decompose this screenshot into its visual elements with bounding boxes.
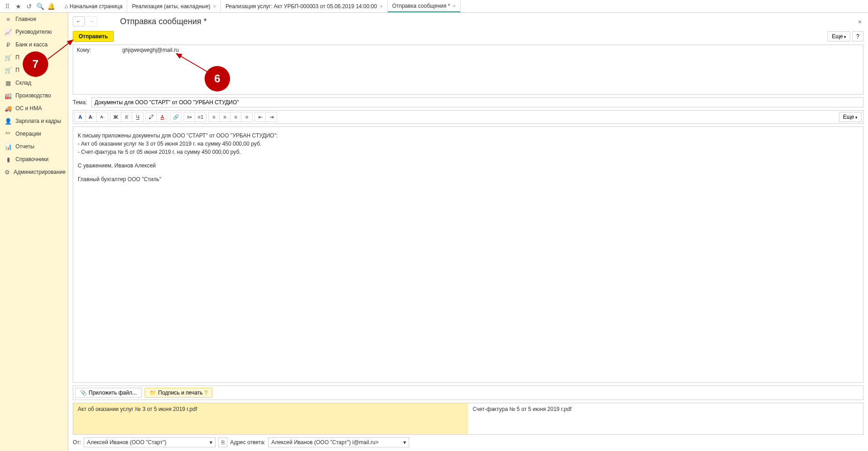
folder-icon: 📁 [150,390,156,396]
align-right-button[interactable]: ≡ [231,112,241,122]
body-line: С уважением, Иванов Алексей [78,162,858,170]
sign-label: Подпись и печать [158,390,203,396]
close-icon[interactable]: × [213,4,216,9]
home-icon: ⌂ [65,3,68,10]
attachment-item[interactable]: Акт об оказании услуг № 3 от 5 июня 2019… [73,403,468,434]
back-button[interactable]: ← [73,16,85,26]
tab-label: Отправка сообщения * [392,3,450,9]
sidebar-label: Администрирование [14,169,65,175]
sidebar-label: Операции [15,131,41,137]
align-center-button[interactable]: ≡ [220,112,231,122]
editor-toolbar: A A↑ A↓ Ж К Ч 🖍 A 🔗 ≡• ≡1 ≡ ≡ [73,110,863,124]
from-select[interactable]: Алексей Иванов (ООО "Старт") ▾ [84,437,216,447]
sidebar-item-references[interactable]: ▮Справочники [0,153,68,166]
top-toolbar: ⠿ ★ ↺ 🔍 🔔 ⌂ Начальная страница Реализаци… [0,0,868,13]
chevron-down-icon: ▾ [210,439,212,446]
arrow-7-line [45,36,77,64]
sidebar-label: Банк и касса [15,41,48,48]
sidebar-item-production[interactable]: 🏭Производство [0,89,68,102]
sidebar-item-main[interactable]: ≡Главное [0,13,68,25]
font-color-button[interactable]: A [75,112,86,122]
sidebar: ≡Главное 📈Руководителю ₽Банк и касса 🛒П … [0,13,68,451]
subject-label: Тема: [73,99,89,106]
history-icon[interactable]: ↺ [24,1,35,12]
action-row: Отправить Еще ? [73,31,863,42]
body-line: К письму приложены документы для ООО "СТ… [78,132,278,139]
bold-button[interactable]: Ж [110,112,121,122]
highlight-button[interactable]: 🖍 [146,112,157,122]
attach-label: Приложить файл... [89,390,137,396]
sidebar-label: Руководителю [15,29,52,35]
svg-line-1 [48,40,73,59]
bullet-list-button[interactable]: ≡• [184,112,195,122]
page-title: Отправка сообщения * [120,17,207,26]
sidebar-item-admin[interactable]: ⚙Администрирование [0,166,68,178]
tabs-bar: ⌂ Начальная страница Реализация (акты, н… [60,0,866,12]
grid-icon: ▦ [5,79,12,86]
help-icon: ? [205,390,208,396]
italic-button[interactable]: К [121,112,132,122]
text-color-button[interactable]: A [157,112,168,122]
attachments-list: Акт об оказании услуг № 3 от 5 июня 2019… [73,403,863,435]
sidebar-item-assets[interactable]: 🚚ОС и НМА [0,102,68,115]
underline-button[interactable]: Ч [132,112,143,122]
close-icon[interactable]: × [380,4,382,9]
toolbar-more-button[interactable]: Еще [839,112,862,122]
tab-label: Реализация услуг: Акт УРБП-000003 от 05.… [226,3,377,10]
subject-row: Тема: [73,97,863,107]
sidebar-item-operations[interactable]: ᴬᵏОперации [0,127,68,140]
subject-input[interactable] [91,97,863,107]
align-left-button[interactable]: ≡ [209,112,220,122]
close-page-button[interactable]: × [856,16,863,27]
sidebar-label: Зарплата и кадры [15,118,61,124]
from-label: От: [73,439,81,446]
sidebar-item-reports[interactable]: 📊Отчеты [0,140,68,153]
to-value[interactable]: ghjqweqweghj@mail.ru [122,47,179,53]
bell-icon[interactable]: 🔔 [45,1,56,12]
sidebar-item-warehouse[interactable]: ▦Склад [0,76,68,89]
body-line: - Акт об оказании услуг № 3 от 05 июня 2… [78,141,261,147]
help-button[interactable]: ? [852,31,863,41]
forward-button[interactable]: → [85,16,97,26]
sidebar-label: Главное [15,16,36,22]
coin-icon: ₽ [5,41,12,48]
reply-select[interactable]: Алексей Иванов (ООО "Старт") і@mail.ru> … [268,437,409,447]
star-icon[interactable]: ★ [13,1,24,12]
font-increase-button[interactable]: A↑ [86,112,97,122]
link-button[interactable]: 🔗 [171,112,181,122]
callout-7: 7 [23,51,48,77]
close-icon[interactable]: × [453,3,456,9]
sign-stamp-button[interactable]: 📁 Подпись и печать ? [145,388,213,398]
chevron-down-icon: ▾ [403,439,406,446]
sidebar-label: Справочники [15,156,49,162]
apps-icon[interactable]: ⠿ [2,1,13,12]
indent-button[interactable]: ⇥ [266,112,277,122]
reply-value: Алексей Иванов (ООО "Старт") і@mail.ru> [271,439,379,446]
send-button[interactable]: Отправить [73,31,114,42]
book-icon: ▮ [5,156,12,163]
tab-label: Реализация (акты, накладные) [132,3,210,10]
sidebar-item-salary[interactable]: 👤Зарплата и кадры [0,115,68,127]
align-justify-button[interactable]: ≡ [241,112,252,122]
outdent-button[interactable]: ⇤ [255,112,266,122]
tab-send-message[interactable]: Отправка сообщения * × [388,0,461,12]
font-decrease-button[interactable]: A↓ [97,112,108,122]
body-line: Главный бухгалтер ООО "Стиль" [78,175,858,183]
cart-icon: 🛒 [5,54,12,61]
cart-icon: 🛒 [5,66,12,74]
attachment-item[interactable]: Счет-фактура № 5 от 5 июня 2019 г.pdf [468,403,863,434]
more-button[interactable]: Еще [828,31,850,41]
factory-icon: 🏭 [5,92,12,99]
editor-body[interactable]: К письму приложены документы для ООО "СТ… [73,127,863,383]
number-list-button[interactable]: ≡1 [195,112,206,122]
tab-home[interactable]: ⌂ Начальная страница [60,0,127,12]
search-icon[interactable]: 🔍 [35,1,45,12]
sidebar-label: Производство [15,92,51,99]
bars-icon: 📊 [5,143,12,150]
from-open-button[interactable]: ⎘ [218,437,227,447]
tab-realization-act[interactable]: Реализация услуг: Акт УРБП-000003 от 05.… [221,0,388,12]
ops-icon: ᴬᵏ [5,130,12,137]
tab-realizations[interactable]: Реализация (акты, накладные) × [127,0,221,12]
body-line: - Счет-фактура № 5 от 05 июня 2019 г. на… [78,149,241,155]
attach-file-button[interactable]: 📎 Приложить файл... [75,388,142,398]
